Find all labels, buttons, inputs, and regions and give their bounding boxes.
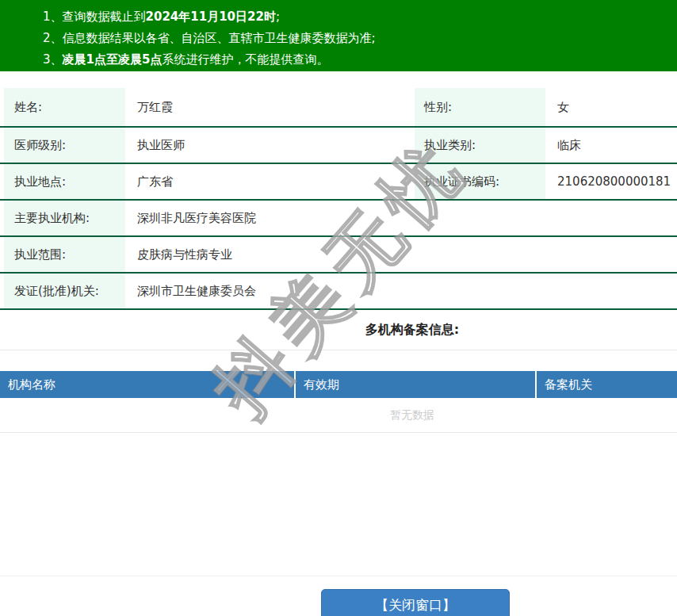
page: 1、查询数据截止到2024年11月10日22时; 2、信息数据结果以各省、自治区…	[0, 0, 677, 616]
close-window-button[interactable]: 【关闭窗口】	[321, 589, 510, 616]
field-label-certificate-number: 执业证书编码:	[415, 164, 545, 199]
field-label-main-institution: 主要执业机构:	[4, 201, 125, 235]
table-row: 执业地点: 广东省 执业证书编码: 210620800000181	[0, 164, 677, 201]
field-label-practice-scope: 执业范围:	[4, 237, 125, 272]
spacer	[0, 433, 677, 576]
field-value-certificate-number: 210620800000181	[545, 164, 677, 199]
button-row: 【关闭窗口】	[0, 589, 677, 616]
doctor-info-table: 姓名: 万红霞 性别: 女 医师级别: 执业医师 执业类别: 临床 执业地点: …	[0, 88, 677, 310]
table-row: 主要执业机构: 深圳非凡医疗美容医院	[0, 201, 677, 237]
notice-text-bold: 凌晨1点至凌晨5点	[63, 52, 163, 67]
field-label-name: 姓名:	[4, 88, 125, 126]
no-data-text: 暂无数据	[0, 398, 677, 432]
notice-number: 2、	[43, 31, 63, 45]
table-row: 姓名: 万红霞 性别: 女	[0, 88, 677, 128]
column-header-filing-authority: 备案机关	[537, 371, 677, 398]
notice-text: ;	[276, 10, 280, 24]
field-label-issuing-authority: 发证(批准)机关:	[4, 274, 125, 308]
notice-number: 1、	[43, 10, 63, 24]
column-header-institution-name: 机构名称	[0, 371, 294, 398]
filing-empty-row: 暂无数据	[0, 398, 677, 432]
filing-section-title: 多机构备案信息:	[0, 310, 677, 350]
notice-number: 3、	[43, 52, 63, 67]
table-row: 执业范围: 皮肤病与性病专业	[0, 237, 677, 274]
spacer	[0, 350, 677, 371]
filing-section: 多机构备案信息:	[0, 310, 677, 350]
notice-text-bold: 2024年11月10日22时	[146, 10, 276, 24]
field-value-main-institution: 深圳非凡医疗美容医院	[125, 201, 677, 235]
field-value-gender: 女	[545, 88, 677, 126]
notice-text: 查询数据截止到	[63, 10, 146, 24]
field-label-practice-location: 执业地点:	[4, 164, 125, 199]
notice-text: 信息数据结果以各省、自治区、直辖市卫生健康委数据为准;	[63, 31, 376, 45]
notice-line-3: 3、凌晨1点至凌晨5点系统进行维护，不能提供查询。	[43, 49, 677, 71]
field-value-name: 万红霞	[125, 88, 415, 126]
table-row: 发证(批准)机关: 深圳市卫生健康委员会	[0, 274, 677, 310]
field-value-practice-scope: 皮肤病与性病专业	[125, 237, 677, 272]
notice-line-2: 2、信息数据结果以各省、自治区、直辖市卫生健康委数据为准;	[43, 28, 677, 49]
notice-text: 系统进行维护，不能提供查询。	[162, 52, 328, 67]
field-value-issuing-authority: 深圳市卫生健康委员会	[125, 274, 677, 308]
field-value-practice-category: 临床	[545, 128, 677, 163]
field-value-practice-location: 广东省	[125, 164, 415, 199]
filing-table-header: 机构名称 有效期 备案机关	[0, 371, 677, 398]
field-label-practice-category: 执业类别:	[415, 128, 545, 163]
field-label-gender: 性别:	[415, 88, 545, 126]
notice-banner: 1、查询数据截止到2024年11月10日22时; 2、信息数据结果以各省、自治区…	[0, 0, 677, 71]
field-value-doctor-level: 执业医师	[125, 128, 415, 163]
column-header-validity-period: 有效期	[296, 371, 535, 398]
field-label-doctor-level: 医师级别:	[4, 128, 125, 163]
table-row: 医师级别: 执业医师 执业类别: 临床	[0, 128, 677, 164]
notice-line-1: 1、查询数据截止到2024年11月10日22时;	[43, 6, 677, 28]
